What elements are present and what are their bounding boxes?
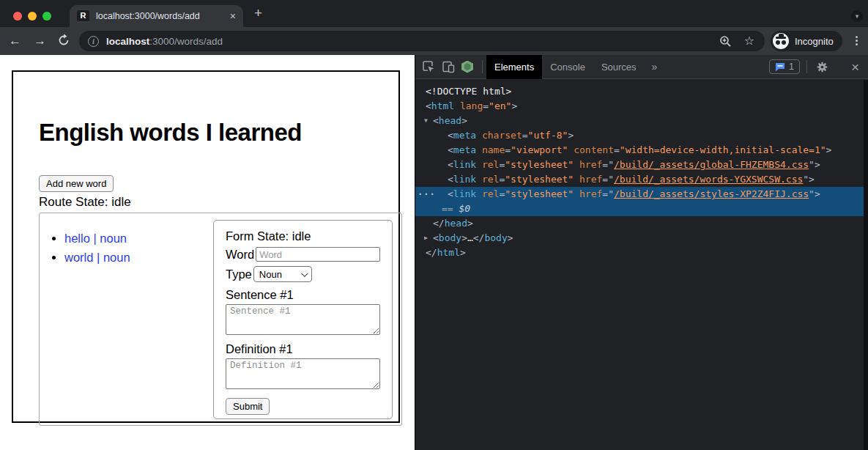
message-bubble-icon: [775, 62, 785, 72]
tab-search-button[interactable]: ▾: [851, 10, 863, 22]
expand-arrow-icon[interactable]: ▶: [424, 231, 428, 246]
chevron-down-icon: [301, 270, 308, 277]
device-toolbar-icon[interactable]: [442, 60, 455, 73]
window-minimize-button[interactable]: [28, 12, 37, 21]
add-word-form: Form State: idle Word Type Noun Sentence…: [213, 220, 393, 419]
url-host: localhost: [106, 36, 149, 47]
definition-textarea[interactable]: [226, 358, 380, 389]
dom-tree: <!DOCTYPE html><html lang="en">▼<head><m…: [415, 80, 868, 450]
type-select[interactable]: Noun: [253, 266, 312, 282]
browser-tab[interactable]: R localhost:3000/words/add ×: [70, 5, 243, 27]
form-state-text: Form State: idle: [226, 229, 380, 244]
back-button[interactable]: ←: [9, 33, 21, 49]
url-text[interactable]: localhost:3000/words/add: [106, 36, 223, 47]
forward-button[interactable]: →: [34, 33, 46, 49]
devtools-close-icon[interactable]: ×: [851, 60, 859, 74]
dom-line[interactable]: == $0: [415, 202, 868, 216]
tab-close-icon[interactable]: ×: [230, 10, 236, 22]
dom-line[interactable]: <link rel="stylesheet" href="/build/_ass…: [415, 172, 868, 187]
window-controls: [13, 12, 51, 21]
window-close-button[interactable]: [13, 12, 22, 21]
add-new-word-button[interactable]: Add new word: [39, 175, 114, 192]
zoom-icon[interactable]: [719, 35, 732, 48]
devtools-toolbar: Elements Console Sources » 1: [415, 55, 868, 79]
page-info-icon[interactable]: i: [88, 36, 99, 47]
dom-line[interactable]: <link rel="stylesheet" href="/build/_ass…: [415, 158, 868, 172]
tab-console[interactable]: Console: [542, 55, 593, 79]
word-list: hello | nounworld | noun: [50, 229, 130, 267]
word-link[interactable]: world | noun: [64, 251, 130, 264]
word-label: Word: [226, 248, 254, 262]
window-zoom-button[interactable]: [42, 12, 51, 21]
browser-toolbar: ← → i localhost:3000/words/add ☆ Incog: [0, 27, 868, 55]
tab-elements[interactable]: Elements: [486, 55, 542, 79]
tab-sources[interactable]: Sources: [593, 55, 645, 79]
settings-gear-icon[interactable]: [816, 61, 828, 73]
type-label: Type: [226, 268, 252, 281]
word-list-item: world | noun: [64, 248, 130, 267]
refresh-button[interactable]: [57, 34, 70, 50]
expand-arrow-icon[interactable]: ▼: [424, 114, 428, 128]
word-input[interactable]: [256, 247, 380, 262]
incognito-badge: Incognito: [771, 31, 842, 51]
dom-line[interactable]: ▶<body>…</body>: [415, 231, 868, 246]
sentence-label: Sentence #1: [226, 288, 380, 302]
more-tabs-icon[interactable]: »: [645, 61, 665, 73]
page-title: English words I learned: [39, 119, 302, 147]
new-tab-button[interactable]: +: [254, 6, 262, 21]
vue-devtools-extension-icon[interactable]: [461, 61, 473, 73]
inspect-element-icon[interactable]: [422, 60, 435, 73]
dom-line[interactable]: <meta charset="utf-8">: [415, 128, 868, 143]
type-select-value: Noun: [259, 269, 282, 280]
dom-line[interactable]: <meta name="viewport" content="width=dev…: [415, 143, 868, 158]
dom-line[interactable]: <!DOCTYPE html>: [415, 84, 868, 99]
toolbar-divider: [482, 60, 483, 73]
dom-line[interactable]: </head>: [415, 216, 868, 231]
address-bar[interactable]: i localhost:3000/words/add ☆: [79, 31, 765, 51]
tab-strip: R localhost:3000/words/add × + ▾: [0, 0, 868, 27]
word-link[interactable]: hello | noun: [64, 232, 127, 245]
devtools-scrollbar[interactable]: [864, 80, 868, 450]
web-page: English words I learned Add new word Rou…: [0, 55, 415, 450]
word-list-item: hello | noun: [64, 229, 130, 248]
issues-badge[interactable]: 1: [769, 59, 800, 74]
tab-title: localhost:3000/words/add: [96, 11, 226, 21]
remix-favicon-icon: R: [77, 10, 89, 23]
dom-line[interactable]: ▼<head>: [415, 114, 868, 128]
more-actions-icon[interactable]: ···: [418, 187, 436, 202]
dom-line[interactable]: ···<link rel="stylesheet" href="/build/_…: [415, 187, 868, 202]
app-container: English words I learned Add new word Rou…: [12, 70, 400, 423]
sentence-textarea[interactable]: [226, 304, 380, 335]
bookmark-star-icon[interactable]: ☆: [744, 35, 754, 47]
browser-menu-icon[interactable]: [856, 36, 858, 38]
dom-line[interactable]: </html>: [415, 246, 868, 260]
toolbar-divider: [806, 60, 807, 73]
incognito-label: Incognito: [795, 36, 834, 47]
url-path: :3000/words/add: [149, 36, 223, 47]
incognito-spy-icon: [773, 33, 789, 49]
devtools-panel: Elements Console Sources » 1: [415, 55, 868, 450]
submit-button[interactable]: Submit: [226, 398, 270, 415]
definition-label: Definition #1: [226, 342, 380, 356]
issues-count: 1: [789, 62, 794, 72]
route-state-text: Route State: idle: [39, 195, 131, 210]
dom-line[interactable]: <html lang="en">: [415, 99, 868, 114]
